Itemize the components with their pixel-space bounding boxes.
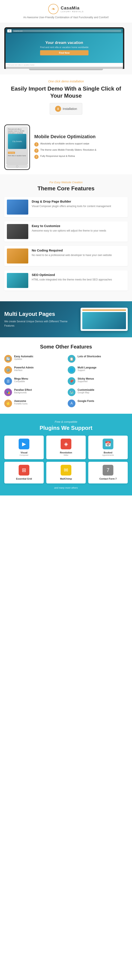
feature-item-3: SEO Optimized HTML code integrated into … xyxy=(4,270,128,291)
laptop-search-bar: Find and rent villa or vacation home xyxy=(6,63,123,67)
other-feat-name-4: Mega Menu xyxy=(14,377,28,380)
plugin-name-2: Booked xyxy=(91,451,125,454)
other-feat-0: 🔄 Easy Automatic Updates xyxy=(4,355,64,363)
plugin-icon-1: ◈ xyxy=(60,439,72,449)
install-button[interactable]: ⬇ Installation xyxy=(50,103,83,115)
plugins-title: Plugins We Support xyxy=(4,425,128,431)
other-feat-sub-3: Support xyxy=(78,369,96,371)
feature-desc-2: No need to be a professional web develop… xyxy=(32,253,125,257)
plugin-sub-0: Composer xyxy=(7,454,41,456)
feature-name-2: No Coding Required xyxy=(32,248,125,252)
plugins-italic-label: Free & compatible xyxy=(4,420,128,423)
other-feat-sub-2: Interface xyxy=(14,369,33,371)
feature-info-0: Drag & Drop Page Builder Visual Composer… xyxy=(32,200,125,208)
other-features-grid: 🔄 Easy Automatic Updates 📋 Lots of Short… xyxy=(4,355,128,407)
feature-info-1: Easy to Customize Awesome easy to use op… xyxy=(32,224,125,232)
plugin-card-4: ✉ MailChimp xyxy=(46,462,86,483)
other-feat-icon-6: 🎭 xyxy=(4,388,12,396)
mobile-num-2: 3 xyxy=(34,155,38,159)
phone-mockup: Find and rent villa or vacation home in … xyxy=(4,124,30,170)
plugin-icon-5: 7 xyxy=(103,465,113,476)
laptop-wrapper: ⊞ casamia.com Your dream vacation Find a… xyxy=(4,27,128,70)
other-feat-icon-2: ⚙️ xyxy=(4,366,12,374)
phone-home-circle xyxy=(16,165,18,168)
mobile-item-1: 2 The theme uses Mobile Friendly Sliders… xyxy=(34,148,128,153)
other-features-section: Some Other Features 🔄 Easy Automatic Upd… xyxy=(0,337,132,414)
plugins-footer: and many more others xyxy=(4,487,128,489)
phone-badge: Find Now xyxy=(8,152,15,154)
feature-thumb-2 xyxy=(7,248,28,264)
other-feat-sub-8: Fontello Icons xyxy=(14,402,27,405)
plugin-card-5: 7 Contact Form 7 xyxy=(88,462,128,483)
plugin-sub-2: Appointments xyxy=(91,454,125,456)
features-italic-label: For Easy Website Creation xyxy=(4,181,128,184)
plugin-card-1: ◈ Revolution Slider xyxy=(46,436,86,459)
other-feat-4: ☰ Mega Menu Compatible xyxy=(4,377,64,385)
mobile-info: Mobile Device Optimization 1 Absolutely … xyxy=(34,134,128,161)
feature-desc-0: Visual Composer plugin offers amazing to… xyxy=(32,204,125,208)
other-feat-2: ⚙️ Powerful Admin Interface xyxy=(4,366,64,374)
other-feat-info-8: Awesome Fontello Icons xyxy=(14,399,27,405)
plugin-card-2: 📅 Booked Appointments xyxy=(88,436,128,459)
feature-item-1: Easy to Customize Awesome easy to use op… xyxy=(4,221,128,242)
plugin-name-5: Contact Form 7 xyxy=(91,477,125,480)
laptop-screen: ⊞ casamia.com Your dream vacation Find a… xyxy=(6,29,123,63)
laptop-screen-sub: Find and rent villa or vacation home wor… xyxy=(40,46,89,48)
header-tagline: An Awesome User-Friendly Combination of … xyxy=(23,16,109,19)
other-feat-sub-4: Compatible xyxy=(14,380,28,383)
plugin-name-3: Essential Grid xyxy=(7,477,41,480)
multi-text: Multi Layout Pages We create Several Uni… xyxy=(4,311,76,328)
other-feat-name-9: Google Fonts xyxy=(78,399,94,402)
other-feat-info-9: Google Fonts xyxy=(78,399,94,402)
other-feat-name-3: Multi Language xyxy=(78,366,96,369)
laptop-mockup: ⊞ casamia.com Your dream vacation Find a… xyxy=(4,27,124,69)
plugin-card-0: ▶ Visual Composer xyxy=(4,436,44,459)
mockup-img xyxy=(82,312,126,329)
logo-text: CasaMia LUXURY RENTALS xyxy=(60,6,84,13)
mobile-item-2: 3 Fully Responsive layout & Retina xyxy=(34,154,128,159)
other-feat-name-5: Sticky Menus xyxy=(78,377,94,380)
multi-layout-section: Multi Layout Pages We create Several Uni… xyxy=(0,301,132,337)
plugin-name-1: Revolution xyxy=(49,451,83,454)
feature-thumb-3 xyxy=(7,273,28,288)
mobile-section: Find and rent villa or vacation home in … xyxy=(0,120,132,174)
other-feat-icon-3: 🌐 xyxy=(68,366,75,374)
other-feat-name-1: Lots of Shortcodes xyxy=(78,355,101,358)
multi-pages-mockup xyxy=(81,308,128,331)
other-feat-sub-0: Updates xyxy=(14,358,33,360)
feature-desc-3: HTML code integrated into the theme meet… xyxy=(32,278,125,282)
feature-name-1: Easy to Customize xyxy=(32,224,125,228)
feature-info-2: No Coding Required No need to be a profe… xyxy=(32,248,125,257)
header: ❧ CasaMia LUXURY RENTALS An Awesome User… xyxy=(0,0,132,23)
other-feat-5: 📌 Sticky Menus Supported xyxy=(68,377,128,385)
other-feat-icon-4: ☰ xyxy=(4,377,12,385)
feature-thumb-0 xyxy=(7,200,28,215)
other-feat-name-7: Customizable xyxy=(78,388,94,391)
mobile-item-text-2: Fully Responsive layout & Retina xyxy=(40,154,75,158)
demo-italic-label: One click demo installation xyxy=(4,80,128,83)
logo-icon-wrap: ❧ xyxy=(48,4,59,14)
other-feat-info-4: Mega Menu Compatible xyxy=(14,377,28,383)
plugin-name-0: Visual xyxy=(7,451,41,454)
install-icon: ⬇ xyxy=(55,106,61,112)
mobile-items-list: 1 Absolutely all scrollable sections sup… xyxy=(34,142,128,159)
feature-name-3: SEO Optimized xyxy=(32,273,125,277)
plugin-icon-2: 📅 xyxy=(103,439,113,449)
other-title: Some Other Features xyxy=(4,344,128,350)
phone-text-2: Rent villa or vacation home xyxy=(8,155,26,157)
install-label: Installation xyxy=(63,107,77,110)
feature-item-2: No Coding Required No need to be a profe… xyxy=(4,246,128,266)
other-feat-sub-5: Supported xyxy=(78,380,94,383)
plugin-name-4: MailChimp xyxy=(49,477,83,480)
mobile-item-0: 1 Absolutely all scrollable sections sup… xyxy=(34,142,128,146)
multi-visual xyxy=(81,308,128,331)
phone-content: Find and rent villa or vacation home in … xyxy=(6,126,28,158)
other-feat-info-7: Customizable Google Map xyxy=(78,388,94,394)
plugins-grid: ▶ Visual Composer ◈ Revolution Slider 📅 … xyxy=(4,436,128,484)
other-feat-icon-1: 📋 xyxy=(68,355,75,363)
multi-title: Multi Layout Pages xyxy=(4,311,76,317)
install-btn-wrapper: ⬇ Installation xyxy=(4,103,128,117)
mobile-title: Mobile Device Optimization xyxy=(34,134,128,140)
plugin-sub-1: Slider xyxy=(49,454,83,456)
plugin-icon-3: ⊞ xyxy=(19,465,29,476)
